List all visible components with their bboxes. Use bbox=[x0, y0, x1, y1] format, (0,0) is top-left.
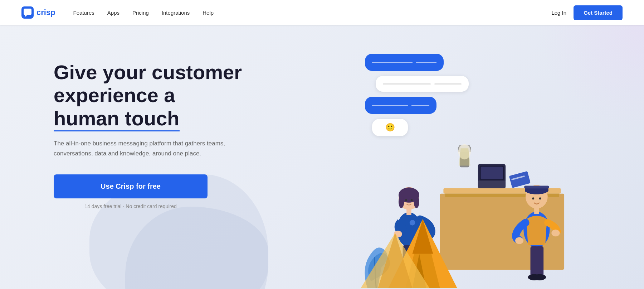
nav-actions: Log In Get Started bbox=[551, 5, 623, 20]
cta-subtext: 14 days free trial · No credit card requ… bbox=[54, 203, 208, 209]
nav-features[interactable]: Features bbox=[73, 10, 94, 16]
nav-integrations[interactable]: Integrations bbox=[162, 10, 190, 16]
svg-point-42 bbox=[533, 274, 546, 280]
svg-rect-36 bbox=[534, 208, 539, 214]
navbar: crisp Features Apps Pricing Integrations… bbox=[0, 0, 644, 25]
svg-point-38 bbox=[551, 230, 560, 236]
hero-content: Give your customer experience a human to… bbox=[54, 61, 261, 209]
login-button[interactable]: Log In bbox=[551, 10, 566, 16]
hero-title: Give your customer experience a human to… bbox=[54, 61, 261, 130]
svg-point-34 bbox=[532, 197, 534, 199]
svg-point-28 bbox=[410, 220, 415, 225]
get-started-button[interactable]: Get Started bbox=[574, 5, 623, 20]
hero-subtitle: The all-in-one business messaging platfo… bbox=[54, 139, 225, 159]
svg-point-35 bbox=[539, 197, 541, 199]
nav-pricing[interactable]: Pricing bbox=[132, 10, 149, 16]
nav-help[interactable]: Help bbox=[203, 10, 214, 16]
hero-highlight: human touch bbox=[54, 107, 180, 130]
hero-section: Give your customer experience a human to… bbox=[0, 25, 644, 289]
svg-point-20 bbox=[411, 199, 413, 201]
svg-rect-21 bbox=[406, 209, 411, 215]
use-crisp-button[interactable]: Use Crisp for free bbox=[54, 174, 208, 198]
svg-rect-7 bbox=[478, 180, 506, 188]
svg-rect-6 bbox=[481, 167, 503, 179]
nav-links: Features Apps Pricing Integrations Help bbox=[73, 10, 552, 16]
svg-point-19 bbox=[405, 199, 407, 201]
logo-icon bbox=[21, 6, 34, 19]
nav-apps[interactable]: Apps bbox=[107, 10, 119, 16]
logo-text: crisp bbox=[36, 8, 55, 17]
svg-rect-33 bbox=[524, 186, 549, 188]
scene-illustration bbox=[340, 53, 633, 289]
svg-point-37 bbox=[515, 237, 523, 244]
logo-link[interactable]: crisp bbox=[21, 6, 55, 19]
hero-illustration: 🙂 bbox=[322, 25, 644, 289]
svg-point-17 bbox=[399, 196, 404, 208]
svg-rect-40 bbox=[536, 246, 543, 276]
svg-point-18 bbox=[414, 196, 419, 208]
